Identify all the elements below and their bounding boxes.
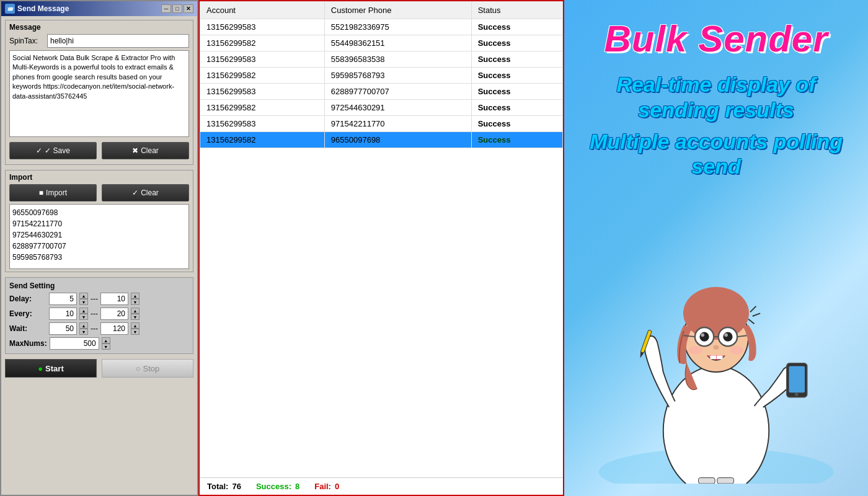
delay-from-arrows: ▲ ▼ bbox=[79, 293, 88, 305]
maxnums-arrows: ▲ ▼ bbox=[102, 337, 110, 350]
save-button[interactable]: ✓ ✓ Save bbox=[9, 142, 97, 159]
clear-import-icon: ✓ bbox=[132, 188, 138, 197]
wait-to-down[interactable]: ▼ bbox=[131, 329, 140, 335]
message-section: Message SpinTax: Social Network Data Bul… bbox=[5, 20, 193, 165]
wait-from-arrows: ▲ ▼ bbox=[79, 322, 88, 335]
cell-account: 13156299582 bbox=[200, 100, 325, 116]
clear-message-icon: ✖ bbox=[132, 146, 138, 155]
every-from-arrows: ▲ ▼ bbox=[79, 308, 88, 320]
delay-from-up[interactable]: ▲ bbox=[79, 293, 88, 299]
wait-to-arrows: ▲ ▼ bbox=[131, 322, 140, 335]
svg-rect-25 bbox=[789, 366, 805, 393]
clear-import-button[interactable]: ✓ Clear bbox=[102, 184, 189, 202]
send-setting-label: Send Setting bbox=[9, 281, 189, 290]
every-from-input[interactable] bbox=[49, 308, 77, 320]
table-row[interactable]: 13156299582972544630291Success bbox=[200, 100, 563, 116]
cell-status: Success bbox=[471, 100, 562, 116]
cell-status: Success bbox=[471, 116, 562, 132]
svg-line-29 bbox=[748, 319, 754, 324]
wait-from-up[interactable]: ▲ bbox=[79, 322, 88, 329]
phone-list-item: 595985768793 bbox=[12, 252, 186, 263]
stop-button[interactable]: ○ Stop bbox=[102, 359, 193, 378]
total-label: Total: bbox=[207, 482, 228, 491]
total-value: 76 bbox=[232, 482, 241, 491]
cell-phone: 554498362151 bbox=[324, 35, 471, 51]
maxnums-row: MaxNums: ▲ ▼ bbox=[9, 337, 189, 350]
cell-phone: 971542211770 bbox=[324, 116, 471, 132]
cell-account: 13156299582 bbox=[200, 35, 325, 51]
title-controls: ─ □ ✕ bbox=[161, 4, 193, 13]
svg-point-9 bbox=[723, 332, 732, 342]
every-from-up[interactable]: ▲ bbox=[79, 308, 88, 314]
table-row[interactable]: 131562995836288977700707Success bbox=[200, 84, 563, 100]
success-value: 8 bbox=[295, 482, 299, 491]
delay-label: Delay: bbox=[9, 294, 46, 303]
every-to-arrows: ▲ ▼ bbox=[131, 308, 140, 320]
table-row[interactable]: 1315629958296550097698Success bbox=[200, 132, 563, 148]
action-row: ● Start ○ Stop bbox=[5, 359, 193, 378]
fail-label: Fail: bbox=[314, 482, 331, 491]
table-row[interactable]: 131562995835521982336975Success bbox=[200, 19, 563, 35]
spintax-input[interactable] bbox=[47, 34, 189, 48]
every-dash: --- bbox=[91, 309, 98, 318]
clear-message-button[interactable]: ✖ Clear bbox=[102, 142, 189, 159]
table-row[interactable]: 13156299582595985768793Success bbox=[200, 68, 563, 84]
svg-line-28 bbox=[753, 313, 760, 316]
promo-title: Bulk Sender bbox=[604, 19, 828, 60]
delay-to-up[interactable]: ▲ bbox=[131, 293, 140, 299]
import-section: Import ■ Import ✓ Clear 9655009769897154… bbox=[5, 170, 193, 272]
wait-from-down[interactable]: ▼ bbox=[79, 329, 88, 335]
app-window: 📨 Send Message ─ □ ✕ Message SpinTax: So… bbox=[0, 0, 198, 496]
delay-to-input[interactable] bbox=[100, 293, 128, 305]
maximize-button[interactable]: □ bbox=[172, 4, 182, 13]
cell-phone: 96550097698 bbox=[324, 132, 471, 148]
close-button[interactable]: ✕ bbox=[184, 4, 193, 13]
maxnums-label: MaxNums: bbox=[9, 339, 47, 348]
import-button[interactable]: ■ Import bbox=[9, 184, 97, 202]
every-to-up[interactable]: ▲ bbox=[131, 308, 140, 314]
cell-account: 13156299582 bbox=[200, 68, 325, 84]
wait-dash: --- bbox=[91, 324, 98, 333]
save-icon: ✓ bbox=[36, 146, 42, 155]
every-from-down[interactable]: ▼ bbox=[79, 314, 88, 320]
table-row[interactable]: 13156299583971542211770Success bbox=[200, 116, 563, 132]
maxnums-down[interactable]: ▼ bbox=[102, 343, 110, 350]
svg-point-8 bbox=[699, 332, 709, 342]
total-item: Total: 76 bbox=[207, 482, 241, 491]
delay-to-down[interactable]: ▼ bbox=[131, 299, 140, 305]
maxnums-input[interactable] bbox=[50, 337, 99, 350]
col-status: Status bbox=[471, 2, 562, 19]
wait-to-up[interactable]: ▲ bbox=[131, 322, 140, 329]
svg-rect-30 bbox=[699, 478, 715, 484]
cell-status: Success bbox=[471, 84, 562, 100]
col-account: Account bbox=[200, 2, 325, 19]
every-to-input[interactable] bbox=[100, 308, 128, 320]
save-label: ✓ Save bbox=[45, 146, 70, 155]
phone-list-item: 971542211770 bbox=[12, 218, 186, 229]
maxnums-up[interactable]: ▲ bbox=[102, 337, 110, 343]
success-label: Success: bbox=[256, 482, 291, 491]
fail-item: Fail: 0 bbox=[314, 482, 339, 491]
message-textarea[interactable]: Social Network Data Bulk Scrape & Extrac… bbox=[9, 50, 189, 137]
cell-status: Success bbox=[471, 19, 562, 35]
wait-row: Wait: ▲ ▼ --- ▲ ▼ bbox=[9, 322, 189, 335]
start-button[interactable]: ● Start bbox=[5, 359, 97, 378]
table-row[interactable]: 13156299582554498362151Success bbox=[200, 35, 563, 51]
wait-to-input[interactable] bbox=[100, 322, 128, 335]
delay-to-arrows: ▲ ▼ bbox=[131, 293, 140, 305]
delay-from-down[interactable]: ▼ bbox=[79, 299, 88, 305]
results-panel: Account Customer Phone Status 1315629958… bbox=[198, 0, 564, 496]
app-icon: 📨 bbox=[5, 4, 15, 14]
character-illustration bbox=[598, 260, 834, 484]
svg-line-27 bbox=[750, 306, 756, 312]
promo-panel: Bulk Sender Real-time display of sending… bbox=[564, 0, 868, 496]
minimize-button[interactable]: ─ bbox=[161, 4, 171, 13]
every-to-down[interactable]: ▼ bbox=[131, 314, 140, 320]
success-item: Success: 8 bbox=[256, 482, 299, 491]
table-row[interactable]: 13156299583558396583538Success bbox=[200, 51, 563, 68]
wait-from-input[interactable] bbox=[49, 322, 77, 335]
import-buttons: ■ Import ✓ Clear bbox=[9, 184, 189, 202]
svg-point-10 bbox=[701, 333, 704, 337]
delay-from-input[interactable] bbox=[49, 293, 77, 305]
clear-import-label: Clear bbox=[141, 188, 159, 197]
